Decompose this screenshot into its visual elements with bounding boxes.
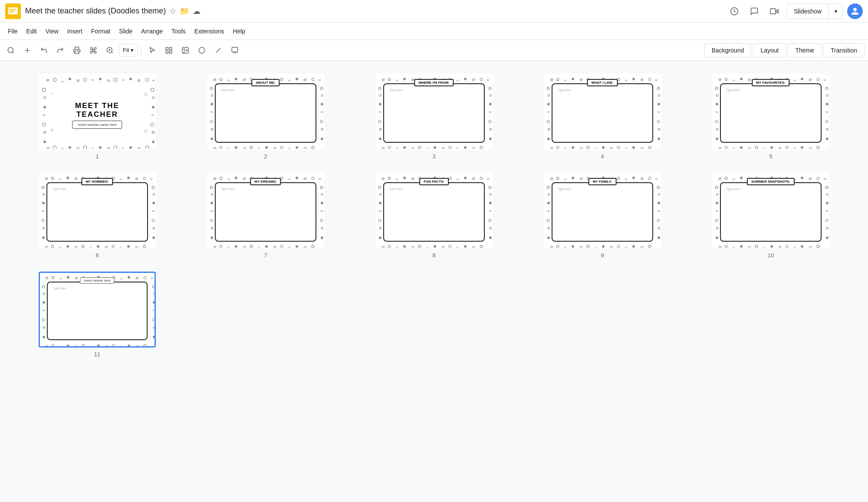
svg-text:ω: ω — [151, 113, 154, 116]
menu-extensions[interactable]: Extensions — [190, 25, 228, 37]
svg-text:@: @ — [441, 146, 445, 149]
slide-container-10[interactable]: @ ω @ ω @ ω @ ω @ — [691, 173, 851, 259]
svg-text:ω: ω — [826, 209, 829, 212]
slide-wrapper-2[interactable]: @ ω @ ω @ ω @ ω @ — [207, 74, 324, 150]
add-button[interactable] — [20, 43, 35, 57]
slide-wrapper-11[interactable]: @ ω @ ω @ ω @ ω @ — [39, 272, 156, 348]
menu-file[interactable]: File — [3, 25, 22, 37]
svg-text:@: @ — [550, 177, 553, 180]
slide-container-1[interactable]: @ ω @ ω @ ω @ ω @ — [17, 74, 177, 160]
search-button[interactable] — [3, 43, 18, 57]
svg-text:@: @ — [379, 226, 382, 230]
svg-point-381 — [464, 245, 467, 248]
slide-content-header-5: MY FAVOURITES: — [752, 79, 789, 86]
svg-text:ω: ω — [379, 209, 381, 212]
comments-button[interactable] — [746, 3, 762, 19]
svg-point-40 — [129, 78, 132, 80]
paint-format-button[interactable] — [86, 43, 101, 57]
document-title: Meet the teacher slides (Doodles theme) — [25, 7, 166, 16]
svg-point-161 — [464, 146, 467, 149]
menu-format[interactable]: Format — [87, 25, 115, 37]
menu-view[interactable]: View — [41, 25, 63, 37]
history-button[interactable] — [727, 3, 742, 19]
background-button[interactable]: Background — [704, 43, 752, 57]
svg-text:ω: ω — [489, 209, 492, 212]
svg-text:ω: ω — [564, 177, 567, 180]
svg-text:ω: ω — [89, 246, 92, 248]
svg-text:@: @ — [210, 193, 214, 196]
zoom-selector[interactable]: Fit ▾ — [119, 44, 138, 57]
svg-text:@: @ — [809, 78, 812, 82]
slide-type-here-3: Type here — [389, 89, 403, 92]
menu-slide[interactable]: Slide — [115, 25, 137, 37]
svg-point-440 — [801, 177, 803, 179]
menu-help[interactable]: Help — [228, 25, 250, 37]
menu-insert[interactable]: Insert — [63, 25, 87, 37]
slideshow-label[interactable]: Slideshow — [787, 4, 829, 19]
slide-wrapper-9[interactable]: @ ω @ ω @ ω @ ω @ — [544, 173, 661, 249]
comment-inline-button[interactable] — [227, 43, 242, 57]
zoom-search-button[interactable] — [102, 43, 117, 57]
svg-text:ω: ω — [92, 147, 94, 149]
redo-button[interactable] — [53, 43, 68, 57]
svg-point-329 — [235, 245, 237, 248]
svg-text:@: @ — [210, 128, 214, 131]
star-icon[interactable]: ☆ — [169, 7, 176, 16]
slide-container-8[interactable]: @ ω @ ω @ ω @ ω @ — [354, 173, 514, 259]
slide-type-here-5: Type here — [726, 89, 740, 92]
print-button[interactable] — [69, 43, 84, 57]
menu-tools[interactable]: Tools — [167, 25, 190, 37]
slide-wrapper-3[interactable]: @ ω @ ω @ ω @ ω @ — [375, 74, 493, 150]
slide-wrapper-1[interactable]: @ ω @ ω @ ω @ ω @ — [39, 74, 156, 150]
svg-text:ω: ω — [90, 345, 92, 346]
svg-text:ω: ω — [43, 308, 45, 312]
svg-text:@: @ — [489, 94, 492, 97]
slideshow-button[interactable]: Slideshow ▾ — [786, 3, 843, 19]
svg-text:ω: ω — [50, 92, 53, 95]
svg-text:ω: ω — [43, 113, 46, 116]
undo-button[interactable] — [36, 43, 51, 57]
svg-text:@: @ — [640, 146, 644, 149]
svg-text:@: @ — [213, 146, 217, 149]
menu-edit[interactable]: Edit — [22, 25, 41, 37]
svg-text:@: @ — [411, 146, 414, 149]
menu-arrange[interactable]: Arrange — [137, 25, 167, 37]
slide-wrapper-7[interactable]: @ ω @ ω @ ω @ ω @ — [207, 173, 324, 249]
slide-container-9[interactable]: @ ω @ ω @ ω @ ω @ — [523, 173, 682, 259]
svg-text:@: @ — [151, 130, 155, 134]
svg-point-285 — [66, 245, 69, 248]
svg-point-281 — [152, 236, 155, 239]
transition-button[interactable]: Transition — [823, 43, 865, 57]
image-button[interactable] — [178, 43, 193, 57]
meet-button[interactable] — [766, 3, 782, 19]
slide-wrapper-5[interactable]: @ ω @ ω @ ω @ ω @ — [712, 74, 829, 150]
slide-container-3[interactable]: @ ω @ ω @ ω @ ω @ — [354, 74, 514, 160]
user-avatar[interactable] — [847, 3, 863, 19]
slide-wrapper-6[interactable]: @ ω @ ω @ ω @ ω @ — [39, 173, 156, 249]
slide-wrapper-4[interactable]: @ ω @ ω @ ω @ ω @ — [544, 74, 661, 150]
line-button[interactable] — [211, 43, 226, 57]
svg-text:ω: ω — [92, 78, 94, 81]
transform-button[interactable] — [161, 43, 176, 57]
select-button[interactable] — [145, 43, 160, 57]
svg-text:@: @ — [43, 95, 46, 99]
slide-container-6[interactable]: @ ω @ ω @ ω @ ω @ — [17, 173, 177, 259]
folder-icon[interactable]: 📁 — [180, 7, 189, 16]
slideshow-dropdown[interactable]: ▾ — [829, 4, 842, 19]
svg-text:ω: ω — [457, 246, 459, 248]
svg-point-230 — [716, 138, 718, 140]
shape-button[interactable] — [194, 43, 209, 57]
cloud-icon[interactable]: ☁ — [193, 7, 201, 16]
svg-point-132 — [464, 78, 467, 80]
slide-wrapper-10[interactable]: @ ω @ ω @ ω @ ω @ — [712, 173, 829, 249]
theme-button[interactable]: Theme — [788, 43, 822, 57]
slide-container-7[interactable]: @ ω @ ω @ ω @ ω @ — [186, 173, 345, 259]
slide-container-11[interactable]: @ ω @ ω @ ω @ ω @ — [17, 272, 177, 358]
slide-container-4[interactable]: @ ω @ ω @ ω @ ω @ — [523, 74, 682, 160]
slide-container-2[interactable]: @ ω @ ω @ ω @ ω @ — [186, 74, 345, 160]
slide-wrapper-8[interactable]: @ ω @ ω @ ω @ ω @ — [375, 173, 493, 249]
slide-container-5[interactable]: @ ω @ ω @ ω @ ω @ — [691, 74, 851, 160]
svg-point-124 — [403, 78, 406, 80]
layout-button[interactable]: Layout — [753, 43, 786, 57]
svg-rect-25 — [232, 47, 238, 52]
